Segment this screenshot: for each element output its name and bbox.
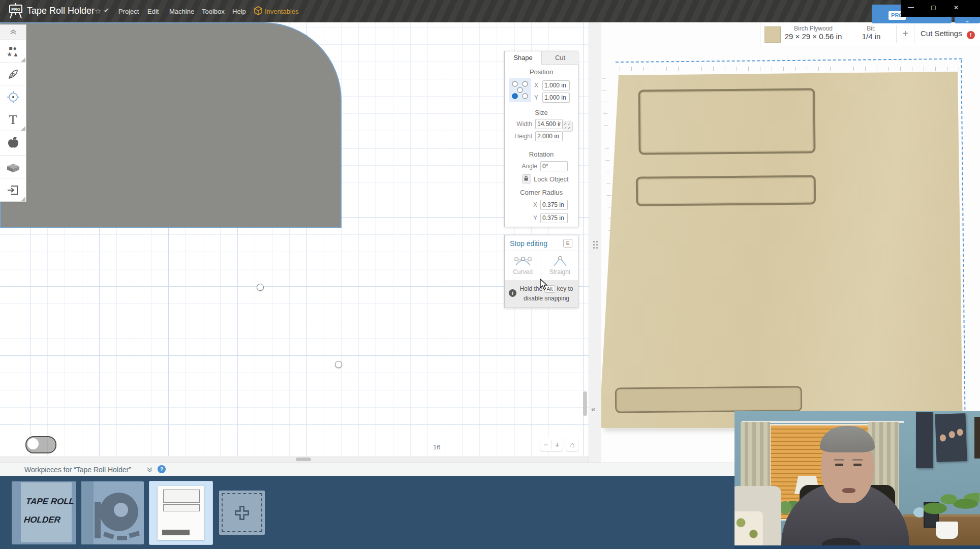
width-label: Width	[510, 120, 532, 128]
person-brow-left	[834, 459, 844, 461]
favorite-star-icon[interactable]: ☆	[95, 7, 101, 16]
shortcut-key-badge: E	[563, 239, 572, 248]
project-title[interactable]: Tape Roll Holder	[27, 6, 95, 16]
corner-radius-handle-top[interactable]	[257, 284, 264, 291]
easel-app-window: 16 − + ⌂ «	[0, 0, 980, 549]
webcam-overlay	[734, 411, 980, 549]
design-library-button[interactable]	[0, 131, 26, 154]
inventables-logo-icon[interactable]	[254, 6, 262, 15]
material-size: 29 × 29 × 0.56 in	[783, 32, 844, 41]
wall-photo-2	[935, 413, 967, 462]
curved-icon	[514, 255, 532, 267]
toggle-knob	[27, 438, 39, 449]
close-button[interactable]: ✕	[954, 4, 959, 11]
tab-cut[interactable]: Cut	[541, 51, 578, 65]
design-canvas[interactable]: 16 − + ⌂	[0, 22, 589, 456]
lock-object-button[interactable]	[522, 174, 531, 184]
add-workpiece-button[interactable]	[219, 491, 265, 535]
inventables-link[interactable]: Inventables	[265, 8, 299, 15]
height-input[interactable]	[535, 131, 563, 141]
person-eye-left	[835, 464, 843, 466]
material-bar: Birch Plywood 29 × 29 × 0.56 in Bit: 1/4…	[760, 22, 980, 46]
material-name: Birch Plywood	[783, 25, 844, 32]
width-input[interactable]	[535, 119, 563, 129]
position-x-input[interactable]	[542, 80, 570, 90]
tape-roll-graphic	[90, 489, 141, 541]
workpiece-thumb-current[interactable]	[149, 481, 212, 544]
curved-point-button[interactable]: Curved	[505, 251, 541, 281]
3d-carve-button[interactable]	[0, 155, 26, 178]
position-x-label: X	[525, 82, 538, 89]
material-info[interactable]: Birch Plywood 29 × 29 × 0.56 in	[783, 25, 844, 41]
corner-radius-handle-right[interactable]	[335, 361, 342, 368]
position-y-input[interactable]	[542, 93, 570, 103]
easel-pro-logo-icon[interactable]: PRO	[6, 2, 25, 21]
cut-settings-button[interactable]: Cut Settings !	[921, 29, 975, 39]
corner-y-input[interactable]	[540, 213, 568, 223]
broken-chain-icon	[563, 122, 571, 130]
bit-value: 1/4 in	[846, 32, 896, 41]
zoom-home-button[interactable]: ⌂	[566, 438, 578, 451]
workpiece-thumb-text[interactable]: TAPE ROLLHOLDER	[12, 481, 76, 544]
bit-info[interactable]: Bit: 1/4 in	[846, 25, 896, 41]
zoom-in-button[interactable]: +	[552, 440, 563, 449]
menu-machine[interactable]: Machine	[169, 8, 194, 15]
material-outline-dashed-top	[616, 58, 962, 64]
menu-project[interactable]: Project	[118, 8, 139, 15]
hint-pre: Hold the	[519, 285, 542, 292]
pen-tool-button[interactable]	[0, 62, 26, 85]
import-button[interactable]	[0, 178, 26, 202]
3d-preview-pane[interactable]	[601, 22, 980, 463]
maximize-button[interactable]: ▢	[931, 4, 936, 11]
cut-settings-label: Cut Settings	[921, 29, 962, 38]
add-bit-button[interactable]: +	[897, 22, 914, 45]
menu-toolbox[interactable]: Toolbox	[202, 8, 225, 15]
drill-origin-icon	[7, 90, 20, 104]
tab-shape[interactable]: Shape	[505, 51, 541, 65]
text-tool-button[interactable]: T	[0, 108, 26, 131]
angle-input[interactable]	[540, 161, 568, 171]
wall-photo-1	[916, 412, 933, 468]
pocket-cut-slim	[636, 175, 816, 206]
shapes-icon: ■●★▲	[7, 45, 19, 57]
material-swatch[interactable]	[764, 26, 781, 43]
zoom-out-button[interactable]: −	[540, 440, 552, 449]
horizontal-scrollbar-thumb[interactable]	[296, 458, 311, 461]
drill-origin-tool-button[interactable]	[0, 85, 26, 108]
apple-icon	[7, 136, 20, 149]
ruler-label-16: 16	[433, 443, 440, 451]
height-label: Height	[510, 133, 532, 140]
units-toggle[interactable]	[25, 436, 56, 453]
wall-photo-3	[974, 417, 980, 459]
webcam-bottom-bar	[734, 545, 980, 549]
horizontal-scrollbar[interactable]	[0, 456, 589, 463]
lock-object-label: Lock Object	[534, 175, 569, 183]
collapse-toolbar-button[interactable]	[0, 25, 26, 39]
rounded-rectangle-shape[interactable]	[0, 22, 342, 228]
menu-help[interactable]: Help	[232, 8, 246, 15]
stop-editing-link[interactable]: Stop editing	[510, 239, 547, 248]
corner-x-input[interactable]	[540, 200, 568, 210]
info-icon: i	[509, 289, 516, 297]
menu-edit[interactable]: Edit	[147, 8, 159, 15]
text-tool-icon: T	[9, 112, 17, 128]
collapse-3d-view-icon[interactable]: «	[591, 405, 595, 413]
workpiece-thumb-tape-roll[interactable]	[81, 481, 144, 544]
mouse-cursor	[540, 279, 548, 291]
corner-x-label: X	[515, 201, 537, 208]
vertical-scrollbar-thumb[interactable]	[583, 391, 587, 416]
brick-icon	[6, 161, 20, 173]
pocket-cut-large	[638, 88, 815, 155]
collapse-workpieces-icon[interactable]	[146, 466, 153, 473]
help-icon[interactable]: ?	[158, 465, 166, 473]
edit-points-panel: Stop editing E Curved Straight i Hold th…	[504, 235, 578, 308]
view-splitter[interactable]: «	[589, 22, 602, 463]
plant-leaves	[924, 487, 979, 517]
straight-point-button[interactable]: Straight	[541, 251, 578, 281]
minimize-button[interactable]: —	[908, 4, 914, 11]
corner-y-label: Y	[515, 215, 537, 222]
curved-label: Curved	[505, 268, 541, 276]
position-y-label: Y	[525, 94, 538, 101]
link-dimensions-button[interactable]	[563, 121, 573, 132]
shapes-tool-button[interactable]: ■●★▲	[0, 39, 26, 63]
